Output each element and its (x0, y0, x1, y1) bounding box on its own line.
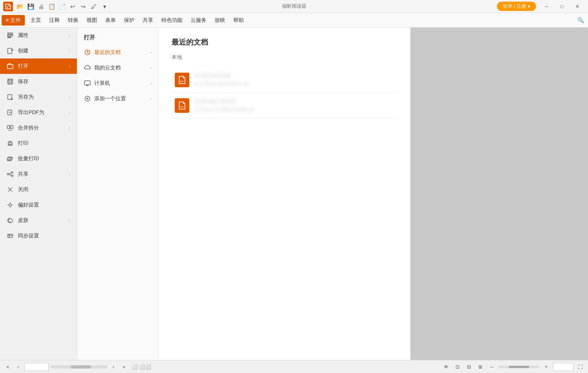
svg-rect-21 (9, 144, 11, 145)
fit-width-icon[interactable]: ⊟ (464, 362, 473, 371)
submenu-item-cloud[interactable]: 我的云文档 › (77, 60, 158, 75)
titlebar-left: X 📂 💾 🖨 📋 📄 ↩ ↪ 🖊 ▾ (3, 2, 109, 11)
svg-rect-11 (8, 95, 12, 99)
zoom-input[interactable] (553, 363, 573, 371)
submenu-panel: 打开 最近的文档 › 我的云文档 › 计算机 › 添加一个位置 (77, 28, 158, 360)
file-info: 好消息传单模板 D:\文档\好消息传单字.pdf (194, 72, 249, 88)
sidebar-item-save[interactable]: 保存 (0, 74, 77, 89)
sidebar-item-open[interactable]: 打开 › (0, 58, 77, 74)
svg-rect-9 (9, 82, 11, 84)
sidebar-item-batch-print[interactable]: 批量打印 (0, 151, 77, 166)
file-item[interactable]: 好消息传单模板 D:\文档\好消息传单字.pdf (171, 67, 397, 93)
menu-view[interactable]: 视图 (82, 15, 101, 26)
open-folder-icon[interactable]: 📂 (15, 2, 24, 11)
svg-rect-10 (9, 79, 12, 81)
window-controls: ─ □ ✕ (539, 2, 585, 11)
file-path: D:\文档\好消息传单字.pdf (194, 81, 249, 88)
menu-home[interactable]: 主页 (26, 15, 45, 26)
submenu-item-recent[interactable]: 最近的文档 › (77, 45, 158, 60)
restore-button[interactable]: □ (555, 2, 569, 11)
sidebar-item-sync[interactable]: 同步设置 (0, 228, 77, 244)
save-icon[interactable]: 💾 (26, 2, 35, 11)
svg-point-27 (11, 175, 13, 177)
submenu-item-add-location[interactable]: 添加一个位置 › (77, 91, 158, 106)
file-name: 文档标题示例内容 (194, 98, 254, 105)
arrow-icon: › (150, 50, 152, 55)
close-button[interactable]: ✕ (570, 2, 585, 11)
print-icon[interactable]: 🖨 (37, 2, 46, 11)
search-icon[interactable]: 🔍 (575, 15, 586, 26)
svg-line-29 (9, 175, 11, 175)
menu-features[interactable]: 特色功能 (157, 15, 187, 26)
sidebar-item-merge[interactable]: 合并拆分 › (0, 120, 77, 136)
arrow-icon: › (69, 64, 70, 69)
sidebar: 属性 › 创建 › 打开 › 保存 另存为 (0, 28, 77, 360)
export-icon (7, 109, 14, 116)
zoom-slider[interactable] (499, 366, 539, 368)
save-as-icon (7, 93, 14, 101)
file-list: 好消息传单模板 D:\文档\好消息传单字.pdf 文档标题示例内容 C:\Use… (171, 67, 397, 119)
single-page-icon[interactable]: ⬜ (130, 362, 139, 371)
menu-share[interactable]: 共享 (139, 15, 157, 26)
nav-first-button[interactable]: « (3, 362, 12, 371)
preferences-icon (7, 201, 14, 209)
sidebar-item-preferences[interactable]: 偏好设置 (0, 197, 77, 213)
app-logo: X (3, 2, 13, 11)
computer-icon (84, 80, 91, 87)
dropdown-icon[interactable]: ▾ (100, 2, 109, 11)
menu-annotate[interactable]: 注释 (45, 15, 64, 26)
view-icon[interactable]: 👁 (442, 362, 451, 371)
svg-rect-23 (8, 160, 11, 161)
sidebar-item-skin[interactable]: 皮肤 › (0, 213, 77, 228)
file-item[interactable]: 文档标题示例内容 C:\Users\文档路径\文档i.pdf (171, 93, 397, 119)
right-panel (410, 28, 588, 360)
zoom-in-icon[interactable]: + (542, 362, 551, 371)
properties-icon (7, 32, 14, 39)
arrow-icon: › (69, 172, 70, 177)
minimize-button[interactable]: ─ (539, 2, 554, 11)
nav-last-button[interactable]: » (119, 362, 128, 371)
login-button[interactable]: 登录 / 注册 ▾ (497, 2, 536, 11)
menu-present[interactable]: 放映 (210, 15, 229, 26)
menu-help[interactable]: 帮助 (229, 15, 248, 26)
properties-icon[interactable]: 📋 (47, 2, 56, 11)
sidebar-item-properties[interactable]: 属性 › (0, 28, 77, 43)
fullscreen-icon[interactable]: ⛶ (576, 362, 585, 371)
svg-rect-37 (8, 234, 13, 237)
arrow-icon: › (69, 49, 70, 53)
clock-icon (84, 49, 91, 56)
content-subtitle: 本地 (171, 54, 397, 61)
svg-rect-17 (7, 125, 10, 129)
share-icon (7, 170, 14, 178)
dual-page-icon[interactable]: ⬜⬜ (141, 362, 150, 371)
sidebar-item-print[interactable]: 打印 (0, 136, 77, 151)
redo-icon[interactable]: ↪ (79, 2, 88, 11)
menu-protect[interactable]: 保护 (120, 15, 139, 26)
new-icon[interactable]: 📄 (58, 2, 67, 11)
sidebar-item-export[interactable]: 导出PDF为 › (0, 105, 77, 120)
file-name: 好消息传单模板 (194, 72, 249, 80)
statusbar: « ‹ › » ⬜ ⬜⬜ 👁 ⊡ ⊟ ⊞ ─ + ⛶ (0, 360, 588, 373)
fit-page-icon[interactable]: ⊡ (453, 362, 462, 371)
scroll-track (50, 365, 107, 369)
menu-convert[interactable]: 转换 (64, 15, 82, 26)
page-input[interactable] (24, 363, 49, 371)
sidebar-item-create[interactable]: 创建 › (0, 43, 77, 58)
content-area: 最近的文档 本地 好消息传单模板 D:\文档\好消息传单字.pdf 文档标题示例… (158, 28, 410, 360)
sidebar-item-share[interactable]: 共享 › (0, 166, 77, 182)
file-menu-button[interactable]: ≡ 文件 (2, 15, 25, 26)
statusbar-right: 👁 ⊡ ⊟ ⊞ ─ + ⛶ (442, 362, 585, 371)
menu-form[interactable]: 表单 (101, 15, 120, 26)
nav-next-button[interactable]: › (109, 362, 118, 371)
zoom-out-icon[interactable]: ─ (487, 362, 496, 371)
sidebar-item-save-as[interactable]: 另存为 › (0, 89, 77, 105)
undo-icon[interactable]: ↩ (68, 2, 77, 11)
nav-prev-button[interactable]: ‹ (14, 362, 23, 371)
menu-cloud[interactable]: 云服务 (187, 15, 210, 26)
create-icon (7, 47, 14, 54)
grid-icon[interactable]: ⊞ (476, 362, 485, 371)
sidebar-item-close[interactable]: 关闭 (0, 182, 77, 197)
submenu-item-computer[interactable]: 计算机 › (77, 75, 158, 91)
stamp-icon[interactable]: 🖊 (89, 2, 98, 11)
svg-rect-4 (8, 48, 12, 54)
